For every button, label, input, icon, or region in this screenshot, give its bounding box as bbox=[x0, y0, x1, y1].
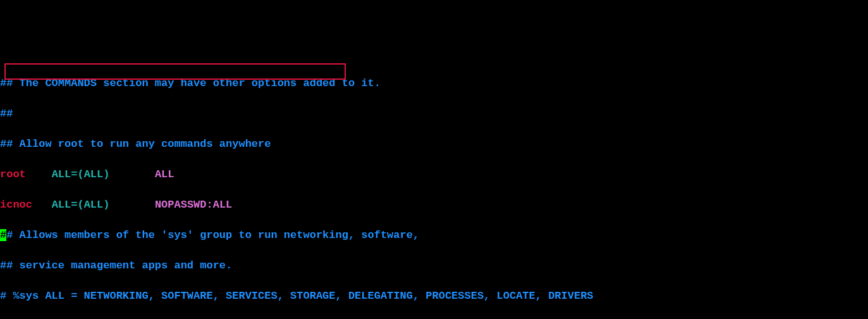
sudoers-rule-icnoc: icnoc ALL=(ALL) NOPASSWD:ALL bbox=[0, 197, 868, 213]
comment-line: ## Allow root to run any commands anywhe… bbox=[0, 137, 868, 152]
comment-line: # %sys ALL = NETWORKING, SOFTWARE, SERVI… bbox=[0, 289, 868, 304]
comment-line: ## service management apps and more. bbox=[0, 258, 868, 273]
cursor-icon: # bbox=[0, 229, 6, 241]
comment-line-cursor: ## Allows members of the 'sys' group to … bbox=[0, 228, 868, 243]
comment-line: ## The COMMANDS section may have other o… bbox=[0, 76, 868, 91]
terminal-editor[interactable]: ## The COMMANDS section may have other o… bbox=[0, 61, 868, 319]
sudoers-rule-root: root ALL=(ALL) ALL bbox=[0, 167, 868, 182]
comment-line: ## bbox=[0, 106, 868, 122]
